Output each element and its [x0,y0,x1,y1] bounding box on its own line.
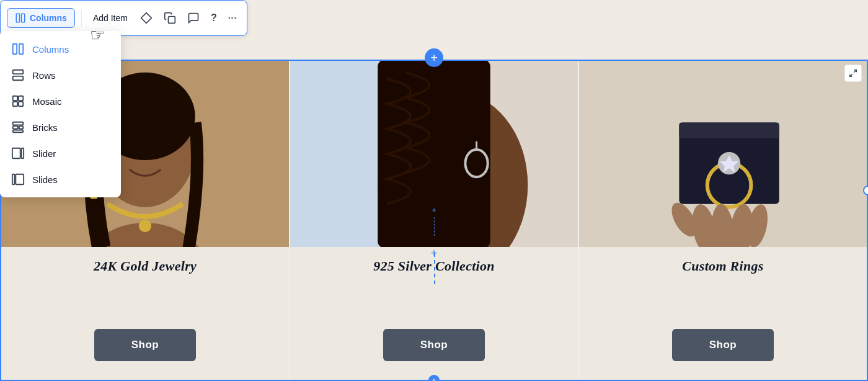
comment-icon-button[interactable] [184,8,203,28]
dropdown-item-columns[interactable]: Columns [0,36,121,62]
columns-menu-icon [11,42,25,56]
svg-rect-7 [13,76,24,80]
dropdown-item-slider[interactable]: Slider [0,140,121,166]
silver-jewelry-image [290,61,578,247]
svg-rect-5 [19,44,23,55]
copy-icon-button[interactable] [160,8,180,28]
dropdown-item-bricks[interactable]: Bricks [0,114,121,140]
help-icon-button[interactable]: ? [207,9,221,27]
slides-menu-icon [11,173,25,186]
slider-menu-label: Slider [32,148,56,159]
svg-rect-1 [22,14,25,22]
diamond-icon [140,12,153,24]
column-card-rings: Custom Rings Shop [578,61,867,380]
columns-icon [15,12,26,24]
copy-icon [164,12,176,24]
rings-image [579,61,867,247]
columns-menu-label: Columns [32,44,69,55]
expand-button[interactable] [844,65,862,82]
card-title-silver: 925 Silver Collection [373,258,495,274]
svg-rect-6 [13,70,24,74]
svg-rect-15 [13,130,24,133]
diamond-icon-button[interactable] [136,8,156,28]
svg-rect-13 [13,126,18,129]
mosaic-menu-label: Mosaic [32,96,62,107]
svg-rect-12 [13,122,24,125]
expand-icon [849,69,857,78]
svg-rect-8 [13,96,17,101]
rows-menu-label: Rows [32,70,56,81]
shop-button-silver[interactable]: Shop [383,329,485,361]
more-icon-button[interactable]: ··· [224,9,241,27]
mosaic-menu-icon [11,94,25,108]
svg-rect-11 [19,102,23,106]
bricks-menu-icon [11,120,25,134]
card-title-gold: 24K Gold Jewelry [94,258,197,274]
more-icon: ··· [228,13,237,23]
column-card-silver: + + 925 Silver Collection [289,61,578,380]
card-image-silver [290,61,578,247]
svg-rect-16 [12,148,20,159]
dropdown-item-mosaic[interactable]: Mosaic [0,88,121,114]
svg-rect-14 [19,126,23,129]
comment-icon [187,12,200,24]
help-icon: ? [211,12,217,24]
svg-point-26 [139,220,151,232]
add-section-above-button[interactable]: + [425,48,443,67]
toolbar-divider [81,9,82,27]
svg-marker-2 [141,13,152,24]
dropdown-item-slides[interactable]: Slides [0,166,121,192]
layout-dropdown-menu: Columns Rows Mosaic Bricks Slide [0,31,121,197]
slider-menu-icon [11,146,25,160]
slides-menu-label: Slides [32,174,58,185]
rows-menu-icon [11,68,25,82]
svg-rect-0 [16,14,19,22]
svg-rect-9 [19,96,23,101]
card-title-rings: Custom Rings [682,258,763,274]
shop-button-gold[interactable]: Shop [94,329,197,361]
shop-button-rings[interactable]: Shop [672,329,774,361]
dropdown-item-rows[interactable]: Rows [0,62,121,88]
svg-rect-4 [13,44,17,55]
add-item-label: Add Item [88,13,133,23]
svg-rect-17 [22,148,24,159]
columns-label: Columns [30,13,67,23]
columns-button[interactable]: Columns [7,8,75,28]
svg-rect-10 [13,102,17,106]
svg-rect-3 [168,17,175,24]
svg-rect-18 [12,174,15,185]
card-image-rings [579,61,867,247]
svg-rect-33 [378,61,490,247]
bricks-menu-label: Bricks [32,122,58,133]
svg-rect-38 [679,123,779,138]
columns-layout: 24K Gold Jewelry Shop + [1,61,867,380]
svg-rect-19 [16,174,24,185]
